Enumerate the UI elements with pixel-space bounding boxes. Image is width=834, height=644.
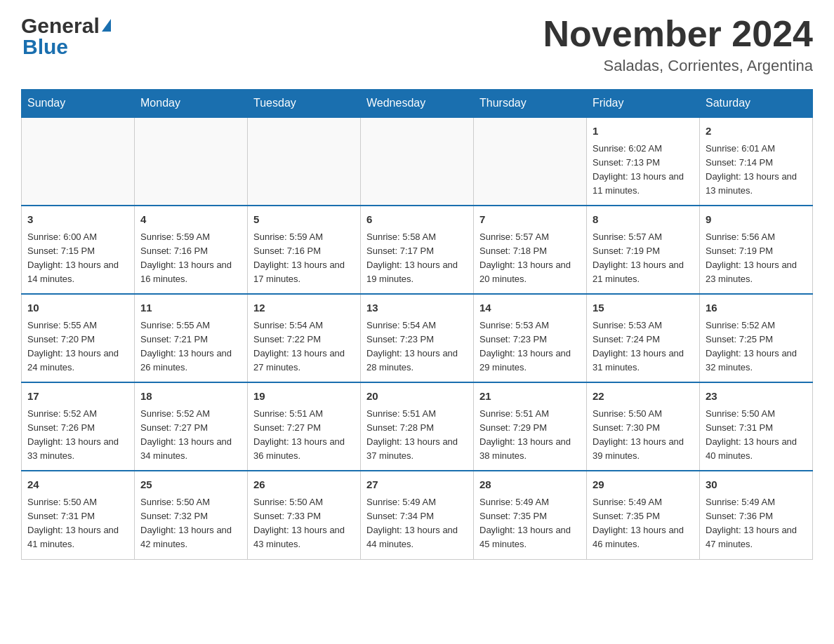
calendar-cell: 9Sunrise: 5:56 AM Sunset: 7:19 PM Daylig…	[700, 206, 813, 294]
day-number: 26	[253, 477, 355, 493]
week-row: 3Sunrise: 6:00 AM Sunset: 7:15 PM Daylig…	[22, 206, 813, 294]
day-info: Sunrise: 6:01 AM Sunset: 7:14 PM Dayligh…	[706, 142, 807, 199]
day-info: Sunrise: 5:49 AM Sunset: 7:35 PM Dayligh…	[479, 495, 581, 552]
day-info: Sunrise: 5:51 AM Sunset: 7:28 PM Dayligh…	[366, 407, 468, 464]
logo-triangle-icon	[102, 19, 111, 32]
day-info: Sunrise: 5:57 AM Sunset: 7:18 PM Dayligh…	[479, 230, 581, 287]
calendar-cell: 4Sunrise: 5:59 AM Sunset: 7:16 PM Daylig…	[135, 206, 248, 294]
calendar-cell: 29Sunrise: 5:49 AM Sunset: 7:35 PM Dayli…	[587, 471, 700, 559]
calendar-day-header: Sunday	[22, 90, 135, 118]
calendar-day-header: Saturday	[700, 90, 813, 118]
calendar-cell: 19Sunrise: 5:51 AM Sunset: 7:27 PM Dayli…	[248, 382, 361, 471]
day-number: 15	[593, 300, 694, 316]
day-number: 22	[593, 389, 694, 405]
day-number: 10	[27, 300, 128, 316]
day-number: 28	[479, 477, 581, 493]
day-number: 23	[706, 389, 807, 405]
day-info: Sunrise: 5:58 AM Sunset: 7:17 PM Dayligh…	[366, 230, 468, 287]
day-info: Sunrise: 5:55 AM Sunset: 7:20 PM Dayligh…	[27, 318, 128, 375]
day-info: Sunrise: 5:53 AM Sunset: 7:23 PM Dayligh…	[479, 318, 581, 375]
day-info: Sunrise: 5:50 AM Sunset: 7:31 PM Dayligh…	[27, 495, 128, 552]
day-info: Sunrise: 5:57 AM Sunset: 7:19 PM Dayligh…	[593, 230, 694, 287]
calendar-header-row: SundayMondayTuesdayWednesdayThursdayFrid…	[22, 90, 813, 118]
logo-general-text: General	[21, 14, 100, 38]
calendar-cell	[22, 117, 135, 206]
week-row: 1Sunrise: 6:02 AM Sunset: 7:13 PM Daylig…	[22, 117, 813, 206]
calendar-cell	[361, 117, 474, 206]
day-info: Sunrise: 5:49 AM Sunset: 7:36 PM Dayligh…	[706, 495, 807, 552]
calendar-cell: 1Sunrise: 6:02 AM Sunset: 7:13 PM Daylig…	[587, 117, 700, 206]
day-number: 2	[706, 123, 807, 140]
calendar-cell: 20Sunrise: 5:51 AM Sunset: 7:28 PM Dayli…	[361, 382, 474, 471]
day-info: Sunrise: 5:50 AM Sunset: 7:30 PM Dayligh…	[593, 407, 694, 464]
calendar-day-header: Friday	[587, 90, 700, 118]
calendar-cell: 15Sunrise: 5:53 AM Sunset: 7:24 PM Dayli…	[587, 294, 700, 382]
calendar-cell: 11Sunrise: 5:55 AM Sunset: 7:21 PM Dayli…	[135, 294, 248, 382]
page-header: General Blue November 2024 Saladas, Corr…	[21, 14, 813, 75]
calendar-cell: 2Sunrise: 6:01 AM Sunset: 7:14 PM Daylig…	[700, 117, 813, 206]
day-number: 14	[479, 300, 581, 316]
day-info: Sunrise: 5:54 AM Sunset: 7:22 PM Dayligh…	[253, 318, 355, 375]
day-number: 9	[706, 212, 807, 228]
day-number: 24	[27, 477, 128, 493]
day-info: Sunrise: 5:59 AM Sunset: 7:16 PM Dayligh…	[253, 230, 355, 287]
day-number: 4	[140, 212, 241, 228]
week-row: 10Sunrise: 5:55 AM Sunset: 7:20 PM Dayli…	[22, 294, 813, 382]
calendar-cell: 28Sunrise: 5:49 AM Sunset: 7:35 PM Dayli…	[474, 471, 587, 559]
calendar-cell: 8Sunrise: 5:57 AM Sunset: 7:19 PM Daylig…	[587, 206, 700, 294]
day-info: Sunrise: 5:51 AM Sunset: 7:29 PM Dayligh…	[479, 407, 581, 464]
calendar-cell	[248, 117, 361, 206]
calendar-cell: 6Sunrise: 5:58 AM Sunset: 7:17 PM Daylig…	[361, 206, 474, 294]
day-number: 6	[366, 212, 468, 228]
day-number: 1	[593, 123, 694, 140]
calendar-cell: 12Sunrise: 5:54 AM Sunset: 7:22 PM Dayli…	[248, 294, 361, 382]
calendar-day-header: Tuesday	[248, 90, 361, 118]
month-title: November 2024	[543, 14, 813, 54]
day-number: 13	[366, 300, 468, 316]
calendar-cell: 3Sunrise: 6:00 AM Sunset: 7:15 PM Daylig…	[22, 206, 135, 294]
day-info: Sunrise: 5:50 AM Sunset: 7:33 PM Dayligh…	[253, 495, 355, 552]
day-info: Sunrise: 5:50 AM Sunset: 7:32 PM Dayligh…	[140, 495, 241, 552]
calendar-day-header: Wednesday	[361, 90, 474, 118]
calendar-cell	[474, 117, 587, 206]
day-info: Sunrise: 6:02 AM Sunset: 7:13 PM Dayligh…	[593, 142, 694, 199]
calendar-cell: 13Sunrise: 5:54 AM Sunset: 7:23 PM Dayli…	[361, 294, 474, 382]
day-info: Sunrise: 5:52 AM Sunset: 7:27 PM Dayligh…	[140, 407, 241, 464]
title-section: November 2024 Saladas, Corrientes, Argen…	[543, 14, 813, 75]
calendar-cell: 16Sunrise: 5:52 AM Sunset: 7:25 PM Dayli…	[700, 294, 813, 382]
calendar-cell: 21Sunrise: 5:51 AM Sunset: 7:29 PM Dayli…	[474, 382, 587, 471]
calendar-cell: 18Sunrise: 5:52 AM Sunset: 7:27 PM Dayli…	[135, 382, 248, 471]
day-info: Sunrise: 5:56 AM Sunset: 7:19 PM Dayligh…	[706, 230, 807, 287]
day-number: 3	[27, 212, 128, 228]
logo: General Blue	[21, 14, 111, 59]
day-info: Sunrise: 5:59 AM Sunset: 7:16 PM Dayligh…	[140, 230, 241, 287]
day-number: 30	[706, 477, 807, 493]
calendar-cell: 10Sunrise: 5:55 AM Sunset: 7:20 PM Dayli…	[22, 294, 135, 382]
day-number: 19	[253, 389, 355, 405]
calendar-day-header: Monday	[135, 90, 248, 118]
week-row: 24Sunrise: 5:50 AM Sunset: 7:31 PM Dayli…	[22, 471, 813, 559]
day-number: 21	[479, 389, 581, 405]
day-number: 29	[593, 477, 694, 493]
day-info: Sunrise: 5:55 AM Sunset: 7:21 PM Dayligh…	[140, 318, 241, 375]
calendar-cell: 17Sunrise: 5:52 AM Sunset: 7:26 PM Dayli…	[22, 382, 135, 471]
calendar-cell: 7Sunrise: 5:57 AM Sunset: 7:18 PM Daylig…	[474, 206, 587, 294]
day-number: 11	[140, 300, 241, 316]
calendar-cell: 25Sunrise: 5:50 AM Sunset: 7:32 PM Dayli…	[135, 471, 248, 559]
logo-blue-text: Blue	[22, 35, 68, 59]
day-info: Sunrise: 5:54 AM Sunset: 7:23 PM Dayligh…	[366, 318, 468, 375]
day-number: 12	[253, 300, 355, 316]
calendar-cell: 22Sunrise: 5:50 AM Sunset: 7:30 PM Dayli…	[587, 382, 700, 471]
day-number: 7	[479, 212, 581, 228]
day-number: 8	[593, 212, 694, 228]
calendar-table: SundayMondayTuesdayWednesdayThursdayFrid…	[21, 89, 813, 559]
calendar-cell: 23Sunrise: 5:50 AM Sunset: 7:31 PM Dayli…	[700, 382, 813, 471]
day-info: Sunrise: 5:53 AM Sunset: 7:24 PM Dayligh…	[593, 318, 694, 375]
day-number: 18	[140, 389, 241, 405]
day-number: 16	[706, 300, 807, 316]
day-info: Sunrise: 5:49 AM Sunset: 7:34 PM Dayligh…	[366, 495, 468, 552]
calendar-cell: 30Sunrise: 5:49 AM Sunset: 7:36 PM Dayli…	[700, 471, 813, 559]
day-number: 25	[140, 477, 241, 493]
location-title: Saladas, Corrientes, Argentina	[543, 57, 813, 75]
day-number: 27	[366, 477, 468, 493]
